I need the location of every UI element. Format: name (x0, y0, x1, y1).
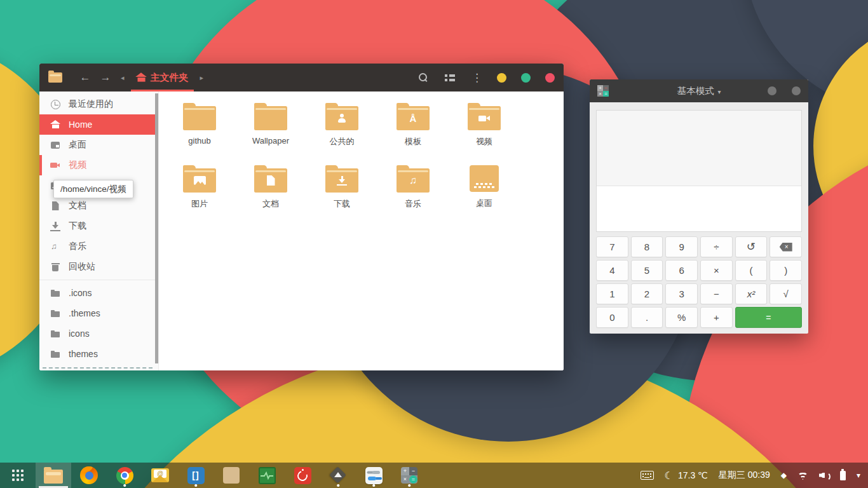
location-icon[interactable]: ◆ (781, 471, 787, 480)
folder-item-label: 音乐 (377, 198, 449, 210)
dock-system-monitor[interactable] (249, 463, 285, 488)
dock-code-editor[interactable] (178, 463, 214, 488)
folder-item-downloads[interactable]: 下载 (306, 163, 377, 225)
desktop-folder-icon (470, 165, 499, 192)
calculator-window: 基本模式▾ 789÷↺456×()123−x²√0.%+= (590, 79, 808, 334)
dock-files-app[interactable] (214, 463, 249, 488)
calc-key-subtract[interactable]: − (700, 283, 733, 304)
file-manager-body: 最近使用的Home桌面视频图片文档下载音乐回收站.icons.themesico… (39, 92, 564, 370)
sidebar-item-videos[interactable]: 视频 (39, 155, 158, 175)
breadcrumb-prev-icon[interactable]: ◂ (121, 74, 125, 82)
back-button[interactable]: ← (75, 71, 95, 84)
running-indicator (337, 484, 339, 487)
tray-expand-icon[interactable]: ▾ (857, 471, 860, 480)
sidebar-item-dot-themes[interactable]: .themes (39, 303, 158, 323)
dock-settings[interactable] (356, 463, 391, 488)
sidebar-item-themes[interactable]: themes (39, 344, 158, 364)
calc-key-backspace[interactable] (770, 236, 802, 257)
calc-key-zero[interactable]: 0 (596, 307, 628, 328)
calc-key-paren-close[interactable]: ) (770, 260, 802, 281)
view-list-icon[interactable] (445, 74, 455, 82)
calc-key-percent[interactable]: % (665, 307, 698, 328)
folder-item-wallpaper[interactable]: Wallpaper (235, 100, 306, 163)
calc-key-add[interactable]: + (700, 307, 733, 328)
calc-key-three[interactable]: 3 (665, 283, 698, 304)
sidebar-item-recent[interactable]: 最近使用的 (39, 94, 158, 114)
folder-item-github[interactable]: github (164, 100, 235, 163)
sidebar-item-home[interactable]: Home (39, 114, 158, 135)
calc-key-one[interactable]: 1 (596, 283, 628, 304)
sidebar-item-documents[interactable]: 文档 (39, 196, 158, 216)
search-icon[interactable] (418, 72, 428, 83)
sidebar-item-desktop[interactable]: 桌面 (39, 135, 158, 155)
inkscape-icon (329, 466, 347, 484)
dock-firefox[interactable] (71, 463, 107, 488)
folder-item-documents[interactable]: 文档 (235, 163, 306, 225)
volume-icon[interactable] (819, 471, 829, 480)
folder-item-public[interactable]: 公共的 (306, 100, 377, 163)
wifi-icon[interactable] (797, 471, 808, 480)
folder-item-videos[interactable]: 视频 (449, 100, 520, 163)
calc-entry-line[interactable] (597, 186, 801, 231)
clock-label[interactable]: 星期三 00:39 (719, 470, 770, 481)
dock-netease-music[interactable] (285, 463, 320, 488)
calculator-icon (401, 467, 417, 484)
dock-file-manager[interactable] (36, 463, 71, 488)
calc-key-seven[interactable]: 7 (596, 236, 628, 257)
forward-button[interactable]: → (95, 71, 116, 84)
firefox-icon (80, 466, 98, 484)
dock-app-menu[interactable] (0, 463, 36, 488)
sidebar-scrollbar[interactable] (155, 93, 158, 363)
dock-calculator[interactable] (391, 463, 427, 488)
maximize-button[interactable] (521, 73, 531, 83)
breadcrumb[interactable]: 主文件夹 (130, 64, 195, 92)
calc-key-eight[interactable]: 8 (631, 236, 663, 257)
calc-key-sqrt[interactable]: √ (770, 283, 802, 304)
folder-item-templates[interactable]: Å模板 (377, 100, 449, 163)
close-button[interactable] (545, 73, 555, 83)
videocam-emblem-icon (478, 114, 490, 122)
sidebar-item-trash[interactable]: 回收站 (39, 257, 158, 277)
folder-item-music[interactable]: ♫音乐 (377, 163, 449, 225)
calc-key-six[interactable]: 6 (665, 260, 698, 281)
calc-key-equals[interactable]: = (735, 307, 802, 328)
running-indicator (194, 484, 197, 487)
minimize-button[interactable] (497, 73, 506, 83)
sidebar-item-music[interactable]: 音乐 (39, 236, 158, 257)
folder-item-desktop[interactable]: 桌面 (449, 163, 520, 225)
sidebar-item-label: .themes (69, 308, 100, 318)
dock-mail[interactable] (142, 463, 178, 488)
calc-key-nine[interactable]: 9 (665, 236, 698, 257)
dock-inkscape[interactable] (320, 463, 356, 488)
calc-key-two[interactable]: 2 (631, 283, 663, 304)
calc-key-four[interactable]: 4 (596, 260, 628, 281)
fm-sidebar: 最近使用的Home桌面视频图片文档下载音乐回收站.icons.themesico… (39, 92, 159, 370)
weather-widget[interactable]: ☾ 17.3 ℃ (665, 470, 708, 482)
calc-key-five[interactable]: 5 (631, 260, 663, 281)
calc-key-undo[interactable]: ↺ (735, 236, 768, 257)
calc-key-divide[interactable]: ÷ (700, 236, 733, 257)
dock-chrome[interactable] (107, 463, 142, 488)
calc-key-square[interactable]: x² (735, 283, 768, 304)
netease-music-icon (294, 467, 311, 484)
sidebar-item-label: icons (69, 329, 90, 339)
calc-key-decimal[interactable]: . (631, 307, 663, 328)
sidebar-item-icons[interactable]: icons (39, 323, 158, 344)
music-icon (50, 241, 60, 252)
folder-item-pictures[interactable]: 图片 (164, 163, 235, 225)
breadcrumb-next-icon[interactable]: ▸ (200, 74, 204, 82)
calc-key-paren-open[interactable]: ( (735, 260, 768, 281)
folder-item-label: 文档 (235, 198, 306, 210)
calc-mode-selector[interactable]: 基本模式▾ (590, 85, 808, 97)
folder-icon (183, 168, 216, 193)
sidebar-list: 最近使用的Home桌面视频图片文档下载音乐回收站.icons.themesico… (39, 94, 158, 364)
sidebar-item-downloads[interactable]: 下载 (39, 216, 158, 236)
battery-icon[interactable] (840, 471, 846, 480)
keyboard-icon[interactable] (641, 471, 654, 480)
menu-kebab-icon[interactable]: ⋮ (471, 72, 482, 83)
sidebar-item-dot-icons[interactable]: .icons (39, 283, 158, 303)
document-emblem-icon (267, 175, 275, 186)
calc-key-multiply[interactable]: × (700, 260, 733, 281)
fm-content: githubWallpaper公共的Å模板视频图片文档下载♫音乐桌面 (159, 92, 564, 370)
sidebar-separator (39, 280, 158, 280)
